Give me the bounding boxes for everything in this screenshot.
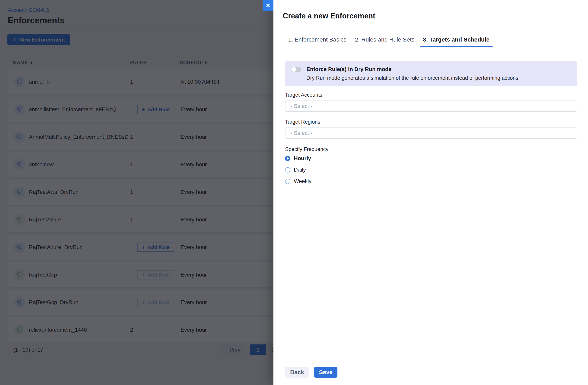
radio-label: Weekly <box>294 178 312 184</box>
frequency-option[interactable]: Daily <box>285 167 577 173</box>
radio-icon <box>285 156 290 161</box>
wizard-tab[interactable]: 2. Rules and Rule Sets <box>352 32 418 47</box>
dry-run-label: Enforce Rule(s) in Dry Run mode <box>306 66 518 73</box>
close-icon: ✕ <box>266 2 270 9</box>
radio-label: Hourly <box>294 155 311 161</box>
save-button[interactable]: Save <box>314 367 337 378</box>
wizard-tab[interactable]: 3. Targets and Schedule <box>420 32 493 47</box>
frequency-radio-group: Hourly Daily Weekly <box>285 155 577 184</box>
frequency-option[interactable]: Hourly <box>285 155 577 161</box>
target-accounts-select[interactable]: - Select - <box>285 101 577 112</box>
radio-icon <box>285 167 290 173</box>
drawer-footer: Back Save <box>285 367 337 378</box>
drawer-title: Create a new Enforcement <box>283 12 375 20</box>
dry-run-toggle[interactable] <box>291 67 301 72</box>
frequency-label: Specify Frequency <box>285 146 577 153</box>
create-enforcement-drawer: Create a new Enforcement 1. Enforcement … <box>273 0 588 385</box>
dry-run-description: Dry Run mode generates a simulation of t… <box>306 75 518 81</box>
frequency-option[interactable]: Weekly <box>285 178 577 184</box>
radio-label: Daily <box>294 167 306 173</box>
wizard-tab[interactable]: 1. Enforcement Basics <box>285 32 349 47</box>
target-accounts-label: Target Accounts <box>285 92 577 98</box>
target-regions-select[interactable]: - Select - <box>285 128 577 139</box>
dry-run-banner: Enforce Rule(s) in Dry Run mode Dry Run … <box>285 61 577 86</box>
toggle-knob-icon <box>291 67 296 72</box>
wizard-tabs: 1. Enforcement Basics 2. Rules and Rule … <box>273 32 588 47</box>
drawer-header: Create a new Enforcement <box>273 0 588 32</box>
radio-icon <box>285 179 290 184</box>
close-button[interactable]: ✕ <box>263 0 273 11</box>
drawer-content: Enforce Rule(s) in Dry Run mode Dry Run … <box>273 47 588 385</box>
back-button[interactable]: Back <box>285 367 309 378</box>
target-regions-label: Target Regions <box>285 119 577 125</box>
